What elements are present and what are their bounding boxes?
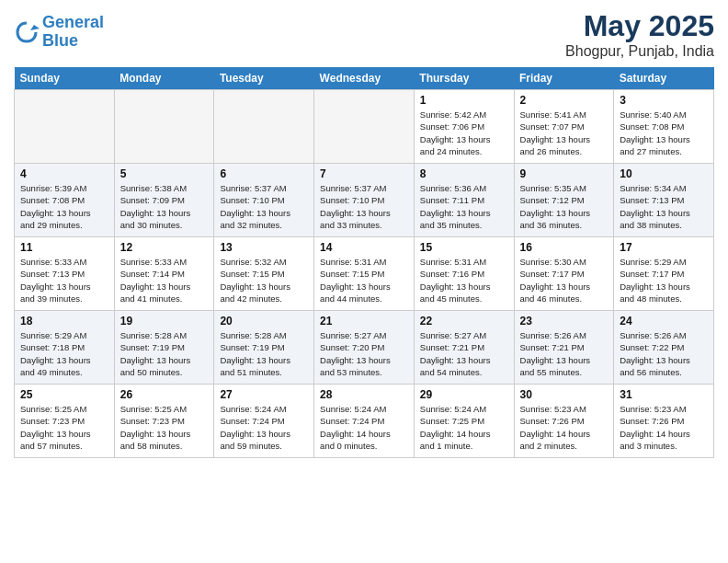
calendar-cell: 20Sunrise: 5:28 AMSunset: 7:19 PMDayligh… <box>214 311 314 385</box>
calendar-cell: 23Sunrise: 5:26 AMSunset: 7:21 PMDayligh… <box>514 311 614 385</box>
calendar-cell: 8Sunrise: 5:36 AMSunset: 7:11 PMDaylight… <box>414 164 514 237</box>
calendar-cell: 12Sunrise: 5:33 AMSunset: 7:14 PMDayligh… <box>114 237 214 311</box>
day-number: 2 <box>520 94 609 107</box>
day-info: Sunrise: 5:39 AMSunset: 7:08 PMDaylight:… <box>20 182 108 231</box>
calendar-cell: 27Sunrise: 5:24 AMSunset: 7:24 PMDayligh… <box>214 385 314 458</box>
page-container: General Blue May 2025 Bhogpur, Punjab, I… <box>0 0 728 467</box>
day-number: 31 <box>620 388 708 401</box>
day-number: 7 <box>320 167 408 180</box>
day-info: Sunrise: 5:33 AMSunset: 7:13 PMDaylight:… <box>20 256 108 304</box>
calendar-cell <box>214 90 314 164</box>
calendar-cell: 29Sunrise: 5:24 AMSunset: 7:25 PMDayligh… <box>414 385 514 458</box>
day-info: Sunrise: 5:28 AMSunset: 7:19 PMDaylight:… <box>220 329 308 378</box>
day-info: Sunrise: 5:29 AMSunset: 7:17 PMDaylight:… <box>620 256 708 304</box>
calendar-cell: 1Sunrise: 5:42 AMSunset: 7:06 PMDaylight… <box>414 90 514 164</box>
calendar-cell: 4Sunrise: 5:39 AMSunset: 7:08 PMDaylight… <box>15 164 115 237</box>
calendar-week-1: 1Sunrise: 5:42 AMSunset: 7:06 PMDaylight… <box>15 90 714 164</box>
day-info: Sunrise: 5:27 AMSunset: 7:21 PMDaylight:… <box>420 329 508 378</box>
day-info: Sunrise: 5:28 AMSunset: 7:19 PMDaylight:… <box>120 329 209 378</box>
dow-header-thursday: Thursday <box>414 67 514 90</box>
calendar-week-3: 11Sunrise: 5:33 AMSunset: 7:13 PMDayligh… <box>15 237 714 311</box>
day-info: Sunrise: 5:25 AMSunset: 7:23 PMDaylight:… <box>120 403 209 452</box>
calendar-table: SundayMondayTuesdayWednesdayThursdayFrid… <box>14 67 714 458</box>
day-info: Sunrise: 5:33 AMSunset: 7:14 PMDaylight:… <box>120 256 209 304</box>
day-info: Sunrise: 5:24 AMSunset: 7:24 PMDaylight:… <box>320 403 408 452</box>
logo: General Blue <box>14 14 104 51</box>
calendar-header: SundayMondayTuesdayWednesdayThursdayFrid… <box>15 67 714 90</box>
day-info: Sunrise: 5:23 AMSunset: 7:26 PMDaylight:… <box>520 403 609 452</box>
calendar-week-5: 25Sunrise: 5:25 AMSunset: 7:23 PMDayligh… <box>15 385 714 458</box>
day-info: Sunrise: 5:26 AMSunset: 7:22 PMDaylight:… <box>620 329 708 378</box>
day-info: Sunrise: 5:24 AMSunset: 7:24 PMDaylight:… <box>220 403 308 452</box>
day-number: 8 <box>420 167 508 180</box>
calendar-cell: 24Sunrise: 5:26 AMSunset: 7:22 PMDayligh… <box>614 311 714 385</box>
day-number: 9 <box>520 167 609 180</box>
logo-text: General Blue <box>42 14 104 51</box>
day-info: Sunrise: 5:40 AMSunset: 7:08 PMDaylight:… <box>620 109 708 157</box>
calendar-week-4: 18Sunrise: 5:29 AMSunset: 7:18 PMDayligh… <box>15 311 714 385</box>
day-number: 14 <box>320 241 408 254</box>
calendar-cell <box>314 90 415 164</box>
day-info: Sunrise: 5:36 AMSunset: 7:11 PMDaylight:… <box>420 182 508 231</box>
calendar-cell: 22Sunrise: 5:27 AMSunset: 7:21 PMDayligh… <box>414 311 514 385</box>
day-number: 28 <box>320 388 408 401</box>
day-number: 5 <box>120 167 209 180</box>
dow-header-tuesday: Tuesday <box>214 67 314 90</box>
calendar-cell: 9Sunrise: 5:35 AMSunset: 7:12 PMDaylight… <box>514 164 614 237</box>
day-info: Sunrise: 5:35 AMSunset: 7:12 PMDaylight:… <box>520 182 609 231</box>
dow-header-sunday: Sunday <box>15 67 115 90</box>
calendar-cell: 17Sunrise: 5:29 AMSunset: 7:17 PMDayligh… <box>614 237 714 311</box>
calendar-cell: 16Sunrise: 5:30 AMSunset: 7:17 PMDayligh… <box>514 237 614 311</box>
calendar-cell: 10Sunrise: 5:34 AMSunset: 7:13 PMDayligh… <box>614 164 714 237</box>
day-number: 23 <box>520 315 609 327</box>
calendar-cell: 15Sunrise: 5:31 AMSunset: 7:16 PMDayligh… <box>414 237 514 311</box>
day-info: Sunrise: 5:37 AMSunset: 7:10 PMDaylight:… <box>220 182 308 231</box>
day-number: 24 <box>620 315 708 327</box>
day-info: Sunrise: 5:26 AMSunset: 7:21 PMDaylight:… <box>520 329 609 378</box>
day-info: Sunrise: 5:30 AMSunset: 7:17 PMDaylight:… <box>520 256 609 304</box>
logo-icon <box>14 19 40 45</box>
subtitle: Bhogpur, Punjab, India <box>565 43 714 60</box>
day-number: 3 <box>620 94 708 107</box>
day-number: 21 <box>320 315 408 327</box>
calendar-cell: 21Sunrise: 5:27 AMSunset: 7:20 PMDayligh… <box>314 311 415 385</box>
day-info: Sunrise: 5:41 AMSunset: 7:07 PMDaylight:… <box>520 109 609 157</box>
day-number: 15 <box>420 241 508 254</box>
day-info: Sunrise: 5:42 AMSunset: 7:06 PMDaylight:… <box>420 109 508 157</box>
day-number: 11 <box>20 241 108 254</box>
dow-header-friday: Friday <box>514 67 614 90</box>
day-info: Sunrise: 5:34 AMSunset: 7:13 PMDaylight:… <box>620 182 708 231</box>
day-number: 20 <box>220 315 308 327</box>
day-number: 16 <box>520 241 609 254</box>
calendar-cell: 19Sunrise: 5:28 AMSunset: 7:19 PMDayligh… <box>114 311 214 385</box>
day-info: Sunrise: 5:25 AMSunset: 7:23 PMDaylight:… <box>20 403 108 452</box>
day-number: 4 <box>20 167 108 180</box>
header: General Blue May 2025 Bhogpur, Punjab, I… <box>14 9 714 60</box>
title-block: May 2025 Bhogpur, Punjab, India <box>565 9 714 60</box>
day-number: 30 <box>520 388 609 401</box>
calendar-week-2: 4Sunrise: 5:39 AMSunset: 7:08 PMDaylight… <box>15 164 714 237</box>
day-number: 1 <box>420 94 508 107</box>
day-info: Sunrise: 5:37 AMSunset: 7:10 PMDaylight:… <box>320 182 408 231</box>
calendar-cell: 14Sunrise: 5:31 AMSunset: 7:15 PMDayligh… <box>314 237 415 311</box>
day-number: 6 <box>220 167 308 180</box>
day-number: 10 <box>620 167 708 180</box>
dow-header-saturday: Saturday <box>614 67 714 90</box>
calendar-cell <box>114 90 214 164</box>
day-info: Sunrise: 5:38 AMSunset: 7:09 PMDaylight:… <box>120 182 209 231</box>
day-number: 13 <box>220 241 308 254</box>
day-info: Sunrise: 5:23 AMSunset: 7:26 PMDaylight:… <box>620 403 708 452</box>
day-info: Sunrise: 5:29 AMSunset: 7:18 PMDaylight:… <box>20 329 108 378</box>
calendar-cell: 5Sunrise: 5:38 AMSunset: 7:09 PMDaylight… <box>114 164 214 237</box>
calendar-cell: 25Sunrise: 5:25 AMSunset: 7:23 PMDayligh… <box>15 385 115 458</box>
logo-line2: Blue <box>42 31 78 50</box>
day-info: Sunrise: 5:31 AMSunset: 7:15 PMDaylight:… <box>320 256 408 304</box>
main-title: May 2025 <box>565 9 714 43</box>
calendar-cell: 13Sunrise: 5:32 AMSunset: 7:15 PMDayligh… <box>214 237 314 311</box>
day-number: 29 <box>420 388 508 401</box>
day-number: 18 <box>20 315 108 327</box>
day-info: Sunrise: 5:27 AMSunset: 7:20 PMDaylight:… <box>320 329 408 378</box>
dow-header-monday: Monday <box>114 67 214 90</box>
calendar-cell: 11Sunrise: 5:33 AMSunset: 7:13 PMDayligh… <box>15 237 115 311</box>
calendar-cell: 26Sunrise: 5:25 AMSunset: 7:23 PMDayligh… <box>114 385 214 458</box>
